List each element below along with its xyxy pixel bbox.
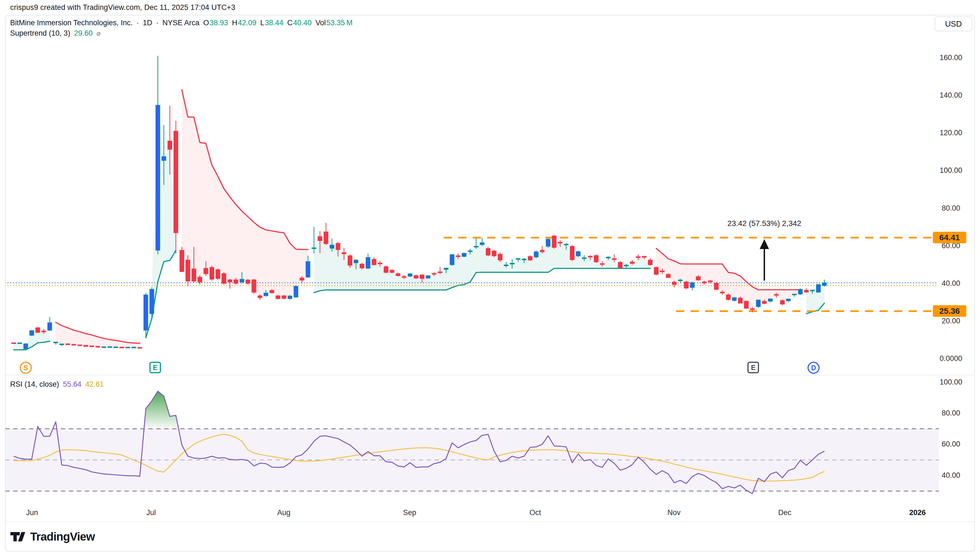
rsi-tick: 100.00 (937, 378, 965, 387)
price-tick: 40.00 (937, 279, 965, 288)
exchange-label: NYSE Arca (162, 19, 199, 27)
bottom-separator (5, 522, 975, 522)
month-tick: Jun (16, 508, 49, 517)
close-value: C40.40 (287, 19, 312, 27)
currency-button[interactable]: USD (934, 16, 972, 31)
month-tick: Jul (135, 508, 167, 517)
month-tick: Dec (768, 508, 801, 517)
open-value: O38.93 (203, 19, 228, 27)
month-tick: Oct (519, 508, 552, 517)
level-price-label: 25.36 (933, 305, 966, 317)
price-tick: 120.00 (937, 129, 965, 137)
event-marker-d[interactable]: D (808, 362, 819, 374)
event-marker-s[interactable]: S (20, 362, 32, 374)
event-marker-e[interactable]: E (748, 362, 759, 373)
rsi-tick: 80.00 (937, 409, 965, 417)
tradingview-logo-text: TradingView (30, 530, 95, 543)
price-tick: 160.00 (937, 54, 965, 62)
price-tick: 140.00 (937, 91, 965, 100)
volume-value: Vol53.35 M (316, 19, 353, 27)
legend-separator: · (137, 19, 139, 27)
high-value: H42.09 (232, 19, 256, 27)
legend-separator: · (156, 19, 159, 27)
indicator-name[interactable]: Supertrend (10, 3) (10, 29, 70, 38)
level-price-label: 64.41 (933, 232, 966, 243)
watermark: crispus9 created with TradingView.com, D… (10, 3, 235, 12)
rsi-ma-value: 42.61 (85, 380, 104, 388)
month-tick: Aug (267, 508, 300, 517)
supertrend-legend[interactable]: Supertrend (10, 3) 29.60 ⌀ (10, 29, 101, 38)
price-tick: 20.00 (937, 317, 965, 325)
rsi-legend[interactable]: RSI (14, close) 55.64 42.61 (10, 380, 104, 388)
indicator-value: 29.60 (74, 29, 93, 38)
tradingview-logo[interactable]: TradingView (10, 528, 95, 545)
rsi-line-value: 55.64 (63, 380, 82, 388)
pane-separator[interactable] (5, 375, 975, 376)
event-marker-e[interactable]: E (150, 362, 161, 373)
low-value: L38.44 (260, 19, 283, 27)
chart-canvas[interactable] (0, 0, 980, 554)
symbol-name[interactable]: BitMine Immersion Technologies, Inc. (10, 19, 133, 27)
price-tick: 0.0000 (937, 354, 965, 363)
interval-label[interactable]: 1D (143, 19, 153, 27)
price-tick: 80.00 (937, 204, 965, 213)
symbol-legend[interactable]: BitMine Immersion Technologies, Inc. · 1… (10, 19, 353, 27)
price-tick: 100.00 (937, 166, 965, 175)
projection-annotation[interactable]: 23.42 (57.53%) 2,342 (727, 219, 801, 228)
month-tick: Nov (657, 508, 690, 517)
tradingview-logo-icon (10, 528, 26, 545)
rsi-name[interactable]: RSI (14, close) (10, 380, 59, 388)
rsi-tick: 60.00 (937, 440, 965, 448)
month-tick: Sep (393, 508, 426, 517)
indicator-hidden-icon[interactable]: ⌀ (97, 29, 101, 37)
month-tick: 2026 (901, 508, 934, 517)
rsi-tick: 40.00 (937, 471, 965, 480)
